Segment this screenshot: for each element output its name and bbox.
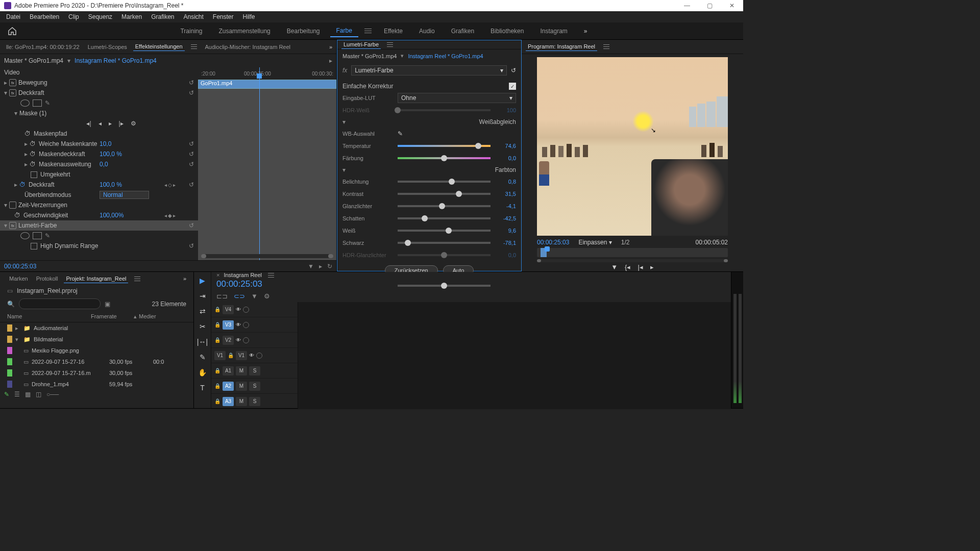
tabs-overflow-icon[interactable]: » xyxy=(183,276,186,282)
whites-value[interactable]: 9,6 xyxy=(495,228,516,234)
track-a1-button[interactable]: A1 xyxy=(223,366,234,375)
prev-keyframe-icon[interactable]: ◂ xyxy=(164,213,167,218)
workspace-farbe[interactable]: Farbe xyxy=(330,25,358,37)
solo-button[interactable]: S xyxy=(249,366,260,375)
highlights-slider[interactable] xyxy=(398,205,491,207)
maskenausw-label[interactable]: Maskenausweitung xyxy=(39,161,91,168)
basic-enable-checkbox[interactable]: ✓ xyxy=(509,83,516,90)
project-item[interactable]: ▸📁Audiomaterial xyxy=(0,322,193,334)
track-a3-button[interactable]: A3 xyxy=(223,397,234,406)
deckkraft2-value[interactable]: 100,0 % xyxy=(100,181,122,188)
track-toggle[interactable] xyxy=(256,353,262,359)
menu-hilfe[interactable]: Hilfe xyxy=(239,12,259,21)
add-keyframe-icon[interactable]: ◆ xyxy=(168,213,172,218)
workspace-bearbeitung[interactable]: Bearbeitung xyxy=(281,26,326,37)
maskendeck-label[interactable]: Maskendeckkraft xyxy=(39,151,85,158)
close-button[interactable]: ✕ xyxy=(721,0,743,11)
tab-lumetri-scopes[interactable]: Lumetri-Scopes xyxy=(86,43,129,51)
menu-ansicht[interactable]: Ansicht xyxy=(179,12,207,21)
contrast-value[interactable]: 31,5 xyxy=(495,191,516,197)
timeline-timecode[interactable]: 00:00:25:03 xyxy=(211,278,731,290)
track-v3-button[interactable]: V3 xyxy=(223,320,234,330)
track-v2-button[interactable]: V2 xyxy=(223,336,234,345)
tab-effect-controls[interactable]: Effekteinstellungen xyxy=(133,42,185,51)
zoom-slider[interactable]: ○── xyxy=(46,391,59,398)
pen-mask-icon[interactable] xyxy=(45,232,54,239)
track-toggle[interactable] xyxy=(243,337,249,343)
tab-program[interactable]: Programm: Instagram Reel xyxy=(526,42,597,51)
timeline-tracks-area[interactable] xyxy=(298,302,731,409)
mask-step-back-icon[interactable]: ◂ xyxy=(99,120,102,127)
wb-section-label[interactable]: Weißabgleich xyxy=(479,118,516,126)
tab-marken[interactable]: Marken xyxy=(7,274,30,283)
settings-icon[interactable]: ⚙ xyxy=(264,292,270,300)
add-keyframe-icon[interactable]: ◇ xyxy=(168,182,172,188)
project-item[interactable]: ▭2022-09-07 15-27-1630,00 fps00:0 xyxy=(0,356,193,367)
filter-bin-icon[interactable]: ▣ xyxy=(105,300,110,308)
fit-dropdown[interactable]: Einpassen ▾ xyxy=(578,239,611,246)
reset-icon[interactable]: ↺ xyxy=(189,222,194,229)
lumetri-master-label[interactable]: Master * GoPro1.mp4 xyxy=(342,53,397,59)
play-icon[interactable]: ▸ xyxy=(329,57,332,64)
exposure-slider[interactable] xyxy=(398,181,491,183)
sequence-clip-link[interactable]: Instagram Reel * GoPro1.mp4 xyxy=(75,57,157,64)
menu-bearbeiten[interactable]: Bearbeiten xyxy=(26,12,63,21)
hdr-checkbox[interactable] xyxy=(31,243,37,249)
menu-sequenz[interactable]: Sequenz xyxy=(84,12,116,21)
panel-menu-icon[interactable] xyxy=(268,273,274,278)
tone-section-label[interactable]: Farbton xyxy=(495,166,516,173)
rect-mask-icon[interactable] xyxy=(33,99,42,107)
exposure-value[interactable]: 0,8 xyxy=(495,179,516,185)
new-item-icon[interactable]: ✎ xyxy=(4,391,9,398)
ellipse-mask-icon[interactable] xyxy=(20,232,30,239)
workspace-instagram[interactable]: Instagram xyxy=(534,26,573,37)
workspace-audio[interactable]: Audio xyxy=(413,26,441,37)
dropdown-icon[interactable]: ▾ xyxy=(401,53,404,59)
loop-icon[interactable]: ↻ xyxy=(327,263,332,270)
eye-icon[interactable]: 👁 xyxy=(236,307,241,312)
ellipse-mask-icon[interactable] xyxy=(20,99,30,107)
lumetri-effect-dropdown[interactable]: Lumetri-Farbe▾ xyxy=(351,65,507,76)
chevron-down-icon[interactable]: ▾ xyxy=(342,166,346,173)
zoom-scrollbar[interactable] xyxy=(537,259,728,262)
fx-icon[interactable]: fx xyxy=(9,79,16,86)
sort-icon[interactable]: ▴ xyxy=(134,313,137,320)
lumetri-effect-label[interactable]: Lumetri-Farbe xyxy=(18,222,57,229)
freeform-view-icon[interactable]: ◫ xyxy=(36,391,41,398)
basic-correction-toggle[interactable]: Einfache Korrektur xyxy=(342,83,393,90)
mask-prev-keyframe-icon[interactable]: ◂| xyxy=(86,120,91,127)
program-scrubber[interactable] xyxy=(537,248,728,257)
weiche-kante-label[interactable]: Weiche Maskenkante xyxy=(39,140,97,147)
tint-slider[interactable] xyxy=(398,157,491,159)
eye-icon[interactable]: 👁 xyxy=(249,353,254,358)
bin-icon[interactable]: ▭ xyxy=(7,287,13,294)
track-toggle[interactable] xyxy=(243,307,249,313)
track-toggle[interactable] xyxy=(243,322,249,328)
lock-icon[interactable]: 🔒 xyxy=(214,368,220,373)
next-keyframe-icon[interactable]: ▸ xyxy=(173,182,176,188)
col-name[interactable]: Name xyxy=(7,313,89,320)
lock-icon[interactable]: 🔒 xyxy=(214,322,220,328)
filter-icon[interactable]: ▼ xyxy=(308,263,314,270)
menu-fenster[interactable]: Fenster xyxy=(209,12,238,21)
mute-button[interactable]: M xyxy=(236,397,247,406)
icon-view-icon[interactable]: ▦ xyxy=(25,391,31,398)
eye-icon[interactable]: 👁 xyxy=(236,337,241,343)
track-a2-button[interactable]: A2 xyxy=(223,382,234,391)
reset-icon[interactable]: ↺ xyxy=(189,242,194,249)
blacks-slider[interactable] xyxy=(398,242,491,244)
workspace-bibliotheken[interactable]: Bibliotheken xyxy=(484,26,530,37)
step-back-icon[interactable]: |◂ xyxy=(638,263,643,271)
dropdown-icon[interactable]: ▾ xyxy=(67,57,70,64)
menu-marken[interactable]: Marken xyxy=(117,12,146,21)
shadows-value[interactable]: -42,5 xyxy=(495,215,516,221)
tab-protokoll[interactable]: Protokoll xyxy=(34,274,60,283)
playhead-marker[interactable] xyxy=(545,246,550,252)
workspace-zusammenstellung[interactable]: Zusammenstellung xyxy=(212,26,276,37)
lock-icon[interactable]: 🔒 xyxy=(214,337,220,343)
panel-menu-icon[interactable] xyxy=(134,277,140,281)
snap-icon[interactable]: ⊏⊐ xyxy=(216,292,228,300)
fx-icon[interactable] xyxy=(9,202,16,209)
reset-icon[interactable]: ↺ xyxy=(189,151,194,158)
reset-icon[interactable]: ↺ xyxy=(511,67,516,74)
